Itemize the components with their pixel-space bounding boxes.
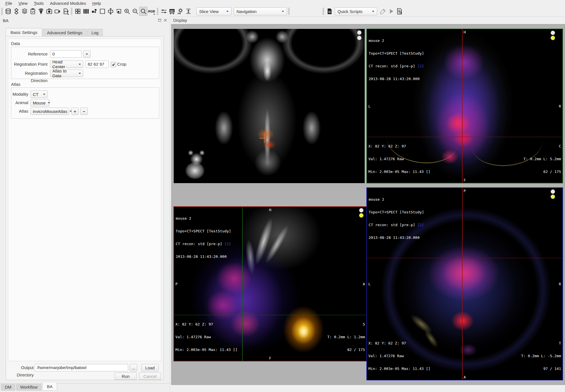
atlas-select[interactable]: invicroMouseAtlas (31, 108, 69, 115)
crop-tool-icon[interactable] (106, 7, 115, 16)
cancel-button[interactable]: Cancel (139, 372, 161, 380)
tab-basic-settings[interactable]: Basic Settings (6, 28, 42, 37)
crosshair-vertical (462, 188, 463, 380)
rotate-view-icon[interactable] (115, 7, 123, 16)
browse-button[interactable]: ... (130, 364, 137, 371)
status-dot-1[interactable] (357, 30, 362, 35)
status-dot-white[interactable] (551, 189, 555, 194)
orientation-right: R (559, 104, 561, 108)
chevron-down-icon (48, 102, 50, 104)
dock-tab-workflow[interactable]: Workflow (16, 384, 41, 391)
status-dot-yellow[interactable] (359, 213, 364, 218)
toolbar-grip[interactable] (157, 8, 158, 15)
output-directory-field[interactable]: /home/marjobe/tmp/batool (35, 364, 128, 371)
database-icon[interactable] (4, 7, 12, 16)
tab-advanced-settings[interactable]: Advanced Settings (43, 29, 87, 36)
animal-label: Animal (11, 99, 28, 106)
orientation-right: A (363, 282, 365, 286)
viewport-sagittal[interactable]: mouse 2 Topo+CT+SPECT [TestStudy] CT rec… (173, 206, 367, 361)
edit-script-icon[interactable] (379, 7, 387, 16)
chevron-down-icon (282, 11, 284, 12)
settings-scroll-area: Data Reference 0 Registration Point Head… (8, 38, 161, 361)
toolbar-grip[interactable] (288, 8, 290, 15)
zoom-in-icon[interactable] (123, 7, 131, 16)
range-scale-icon[interactable] (184, 7, 192, 16)
slice-info: S T: 0.2mm L: 1.2mm 82 / 175 (327, 314, 365, 360)
dcm-file-icon[interactable]: DCM (61, 7, 70, 16)
output-directory-label: Output Directory (4, 364, 34, 371)
modality-label: Modality (11, 91, 28, 98)
camera-icon[interactable] (45, 7, 53, 16)
adjust-sliders-icon[interactable] (160, 7, 168, 16)
dock-tab-ba[interactable]: BA (42, 383, 57, 391)
float-panel-icon[interactable] (158, 18, 162, 22)
orientation-top: H (269, 208, 271, 212)
rgb-channels-button[interactable]: RGB (147, 7, 156, 16)
mc-registration-icon[interactable]: MC (168, 7, 176, 16)
menu-file[interactable]: File (2, 0, 15, 6)
mosaic-views-icon[interactable] (90, 7, 98, 16)
reference-picker-button[interactable] (83, 50, 91, 58)
registration-direction-select[interactable]: Atlas to Data (50, 70, 83, 77)
crosshair-3d-vertical (264, 133, 265, 143)
toolbar-grip[interactable] (71, 8, 72, 15)
reference-field[interactable]: 0 (50, 50, 82, 58)
reference-label: Reference (11, 50, 48, 58)
tab-log[interactable]: Log (87, 29, 103, 36)
main-toolbar: DCM RGB MC DM Slice View Navigation Quic… (0, 6, 565, 17)
single-view-icon[interactable] (98, 7, 106, 16)
menu-view[interactable]: View (15, 0, 31, 6)
chevron-down-icon (372, 11, 374, 12)
data-group-frame: Reference 0 Registration Point Head Cent… (11, 47, 159, 79)
dock-tab-dm[interactable]: DM (1, 384, 15, 391)
remove-atlas-button[interactable]: − (80, 108, 88, 115)
viewport-axial[interactable]: mouse 2 Topo+CT+SPECT [TestStudy] CT rec… (366, 187, 563, 380)
run-button[interactable]: Run (115, 372, 137, 380)
quick-scripts-select[interactable]: Quick Scripts (335, 7, 377, 15)
slice-view-select[interactable]: Slice View (196, 7, 231, 15)
menu-advanced-modules[interactable]: Advanced Modules (47, 0, 89, 6)
script-log-icon[interactable] (395, 7, 403, 16)
viewport-3d-mip[interactable] (174, 29, 365, 183)
menu-tools[interactable]: Tools (31, 0, 47, 6)
status-dot-2[interactable] (357, 36, 362, 40)
navigation-select[interactable]: Navigation (234, 7, 287, 15)
scan-art-3d (174, 29, 365, 183)
modality-select[interactable]: CT (31, 91, 48, 98)
viewport-coronal[interactable]: mouse 2 Topo+CT+SPECT [TestStudy] CT rec… (366, 29, 563, 183)
status-dot-yellow[interactable] (551, 36, 555, 40)
close-panel-icon[interactable] (163, 18, 167, 22)
column-views-icon[interactable] (82, 7, 90, 16)
settings-tabbar: Basic Settings Advanced Settings Log (6, 29, 164, 36)
orientation-top: H (464, 30, 466, 34)
load-button[interactable]: Load (141, 364, 159, 371)
menu-help[interactable]: Help (89, 0, 104, 6)
diamond-layers-icon[interactable] (12, 7, 20, 16)
registration-point-label: Registration Point (11, 61, 48, 68)
grid-views-icon[interactable] (74, 7, 82, 16)
zoom-out-icon[interactable] (131, 7, 139, 16)
status-dot-white[interactable] (551, 31, 555, 35)
clipboard-check-icon[interactable] (29, 7, 37, 16)
series-overlay: mouse 2 Topo+CT+SPECT [TestStudy] CT rec… (176, 208, 231, 267)
chevron-down-icon (226, 11, 229, 12)
video-camera-icon[interactable] (53, 7, 61, 16)
registration-point-select[interactable]: Head Center (50, 61, 83, 68)
registration-point-coords-field[interactable]: 82 62 97 (85, 61, 109, 68)
toolbar-grip[interactable] (323, 8, 324, 15)
run-script-icon[interactable] (387, 7, 395, 16)
dm-gear-icon[interactable]: DM (176, 7, 184, 16)
zoom-tool-icon[interactable] (139, 7, 147, 16)
status-dot-yellow[interactable] (551, 194, 555, 199)
script-file-icon[interactable] (325, 7, 334, 16)
stacked-layers-icon[interactable] (20, 7, 29, 16)
crop-checkbox[interactable] (111, 62, 116, 67)
animal-select[interactable]: Mouse (31, 99, 49, 106)
status-dot-white[interactable] (359, 208, 364, 213)
fan-icon[interactable] (37, 7, 45, 16)
add-atlas-button[interactable]: + (71, 108, 79, 115)
basic-settings-page: Data Reference 0 Registration Point Head… (6, 36, 164, 380)
rgb-dropdown-arrow (153, 14, 155, 15)
toolbar-grip[interactable] (1, 8, 3, 15)
crop-label: Crop (117, 61, 130, 68)
